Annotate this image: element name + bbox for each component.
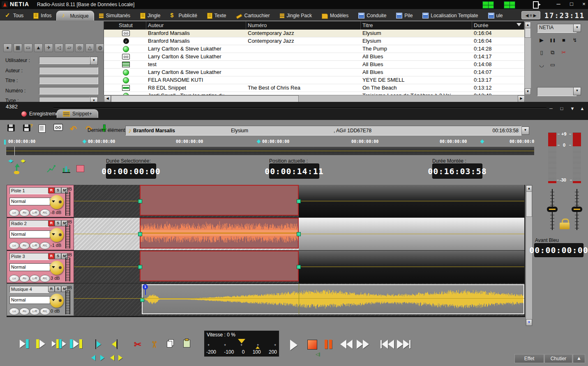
track-r-button[interactable]: R (48, 253, 55, 259)
menu-tab-mod-les[interactable]: Modèles (317, 11, 353, 21)
minimize-button[interactable]: ─ (553, 1, 564, 8)
menu-tab-localisation-template[interactable]: Localisation Template (417, 11, 483, 21)
clip-marker-1[interactable]: 1 (143, 284, 148, 290)
track-mode-combobox[interactable]: Normal (9, 263, 51, 271)
close-button[interactable]: × (579, 1, 588, 8)
track-name[interactable]: Piste 1 (9, 187, 49, 194)
menu-tab-jingle[interactable]: Jingle (135, 11, 165, 21)
menu-tab-conduite[interactable]: Conduite (353, 11, 391, 21)
snippet-minimize-button[interactable]: ─ (546, 106, 556, 112)
cd-icon[interactable]: ◎ (75, 44, 84, 52)
track-lane-1[interactable] (74, 185, 524, 217)
field-input-num-ro-[interactable] (39, 87, 98, 94)
trash-icon[interactable]: ▯ (537, 48, 546, 57)
selection-region[interactable] (140, 185, 299, 216)
track-r-button[interactable]: R (48, 220, 55, 226)
panel-up-button[interactable]: ▲ (573, 354, 585, 363)
speed-pointer-icon[interactable] (238, 339, 245, 343)
copy-icon[interactable] (167, 339, 174, 348)
pause-icon[interactable]: ❚❚ (548, 36, 557, 44)
routing-rl-button[interactable]: R/L (40, 242, 50, 249)
overview-cursor[interactable] (14, 147, 15, 155)
piano-icon[interactable]: ▦ (14, 44, 22, 52)
speed-slider[interactable]: Vitesse : 0 % ++ ++ + -200-1000100200 (204, 331, 279, 357)
timeline-ruler[interactable]: 00:00:00:0000:00:00:0000:00:00:0000:00:0… (4, 139, 538, 145)
table-row[interactable]: FELA RANSOME KUTIYEYE DE SMELL0:13:17 (104, 76, 524, 84)
routing-rl-button[interactable]: R/L (40, 308, 50, 315)
snippet-collapse-up-button[interactable]: ▲ (578, 106, 587, 112)
table-row[interactable]: Larry Carlton & Steve LukatherAll Blues0… (104, 69, 524, 76)
paste-icon[interactable] (183, 339, 191, 348)
table-row[interactable]: Branford MarsalisContemporary JazzElysiu… (104, 30, 524, 37)
play-between-marks-icon[interactable] (52, 339, 66, 348)
routing-ro-button[interactable]: Ro (19, 308, 30, 315)
current-item-dropdown-button[interactable]: ▼ (521, 127, 529, 135)
selection-handle-left[interactable] (138, 265, 142, 269)
table-row[interactable]: Larry Carlton & Steve LukatherThe Pump0:… (104, 45, 524, 53)
track-name[interactable]: Radio 2 (9, 220, 49, 227)
track-r-button[interactable]: R (48, 187, 55, 193)
routing-lo-button[interactable]: Lo (9, 308, 19, 315)
track-level-fader[interactable] (65, 258, 70, 281)
table-row[interactable]: R8 EDL SnippetThe Best of Chris ReaOn Th… (104, 84, 524, 92)
document-icon[interactable] (39, 124, 48, 134)
skip-end-button[interactable] (397, 340, 410, 349)
field-input-titre-[interactable] (39, 77, 98, 84)
menu-tab-infos[interactable]: Infos (28, 11, 56, 21)
maximize-button[interactable]: □ (566, 1, 577, 8)
tracks-vscrollbar[interactable]: ▲ ▼ (526, 185, 533, 326)
routing-ro-button[interactable]: Ro (19, 242, 30, 249)
rocket-icon[interactable]: ▲ (34, 44, 43, 52)
routing-rl-button[interactable]: R/L (40, 275, 50, 282)
speaker-icon[interactable]: ◁ (55, 44, 63, 52)
table-row[interactable]: Larry Carlton & Steve LukatherAll Blues0… (104, 53, 524, 61)
cassette-icon[interactable] (54, 124, 64, 134)
car-icon[interactable]: ▱ (65, 44, 74, 52)
selection-handle-left[interactable] (138, 199, 142, 203)
nudge-left-yellow-icon[interactable] (110, 355, 114, 362)
undo-icon[interactable]: ↶ (70, 124, 80, 134)
tab-scroller[interactable]: ◀ ≡ ▶ (521, 11, 540, 19)
selection-handle-right[interactable] (297, 232, 301, 236)
menu-tab-tous[interactable]: Tous (0, 11, 28, 21)
cut-icon[interactable]: ✂ (134, 339, 141, 350)
forward-button[interactable] (357, 340, 369, 349)
field-dropdown-button[interactable]: ▼ (90, 57, 98, 65)
tab-snippet-plus[interactable]: Snippet+ (57, 109, 98, 118)
track-level-fader[interactable] (65, 225, 70, 249)
lightning-icon[interactable]: ↯ (570, 36, 579, 44)
gain-fader-right[interactable] (576, 189, 577, 230)
ruler-marker-icon[interactable] (83, 140, 87, 144)
chutier-button[interactable]: Chutier (544, 354, 572, 363)
column-header-statut[interactable]: Statut (104, 21, 146, 30)
play-button[interactable] (290, 340, 297, 350)
cut-alt-icon[interactable]: ✂ (150, 339, 158, 350)
effet-button[interactable]: Effet (514, 354, 544, 363)
lock-icon[interactable]: △ (85, 44, 94, 52)
play-from-start-mark-icon[interactable] (36, 339, 45, 348)
selection-handle-left[interactable] (138, 232, 142, 236)
fade-curve-icon[interactable] (46, 164, 55, 175)
gain-fader-left[interactable] (552, 189, 553, 230)
nudge-right-cyan-icon[interactable] (100, 355, 104, 362)
field-input-utilisateur-[interactable] (39, 57, 90, 64)
preset-combobox[interactable]: NETIA (537, 24, 576, 33)
logout-icon[interactable] (533, 1, 542, 7)
current-item-field[interactable]: ♪ Branford Marsalis Elysium , AG# 1DD67E… (125, 126, 521, 136)
menu-tab-publicit-[interactable]: Publicité (165, 11, 202, 21)
menu-tab-jingle-pack[interactable]: Jingle Pack (275, 11, 317, 21)
table-header[interactable]: StatutAuteurNuméroTitreDurée (104, 21, 524, 30)
track-s-button[interactable]: S (55, 253, 61, 259)
track-mode-combobox[interactable]: Normal (9, 230, 51, 238)
routing-lr-button[interactable]: L/R (30, 275, 40, 282)
rewind-button[interactable] (340, 340, 353, 349)
overview-strip[interactable] (6, 146, 536, 156)
walker-up-icon[interactable] (12, 163, 22, 175)
menu-tab-pile[interactable]: Pile (391, 11, 417, 21)
track-mode-combobox[interactable]: Normal (9, 198, 51, 205)
speaker-icon[interactable]: ◁| (316, 352, 320, 357)
routing-lr-button[interactable]: L/R (30, 209, 40, 216)
column-header-duree[interactable]: Durée (472, 21, 524, 30)
menu-tab-simultan-s[interactable]: Simultanés (94, 11, 135, 21)
nudge-left-cyan-icon[interactable] (91, 355, 95, 362)
